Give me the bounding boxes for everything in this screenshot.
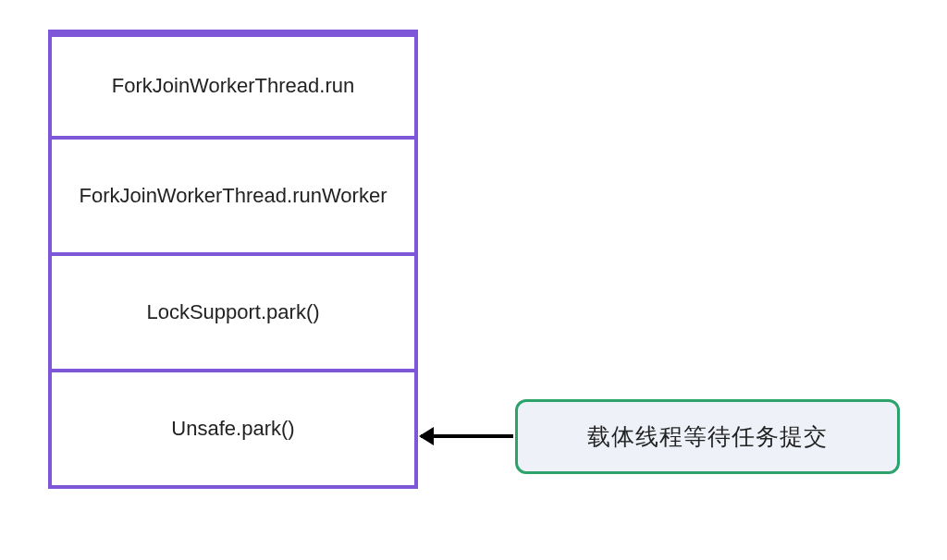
stack-frame-label: ForkJoinWorkerThread.run [112,72,354,101]
call-stack: ForkJoinWorkerThread.run ForkJoinWorkerT… [48,30,418,489]
stack-frame-3: LockSupport.park() [48,252,418,372]
stack-frame-label: ForkJoinWorkerThread.runWorker [80,182,387,211]
annotation-box: 载体线程等待任务提交 [515,399,900,474]
stack-frame-2: ForkJoinWorkerThread.runWorker [48,136,418,256]
stack-frame-4: Unsafe.park() [48,369,418,489]
stack-frame-label: LockSupport.park() [146,298,319,327]
annotation-label: 载体线程等待任务提交 [587,421,828,452]
arrow-icon [421,434,513,438]
stack-frame-1: ForkJoinWorkerThread.run [48,33,418,140]
stack-frame-label: Unsafe.park() [171,415,294,444]
